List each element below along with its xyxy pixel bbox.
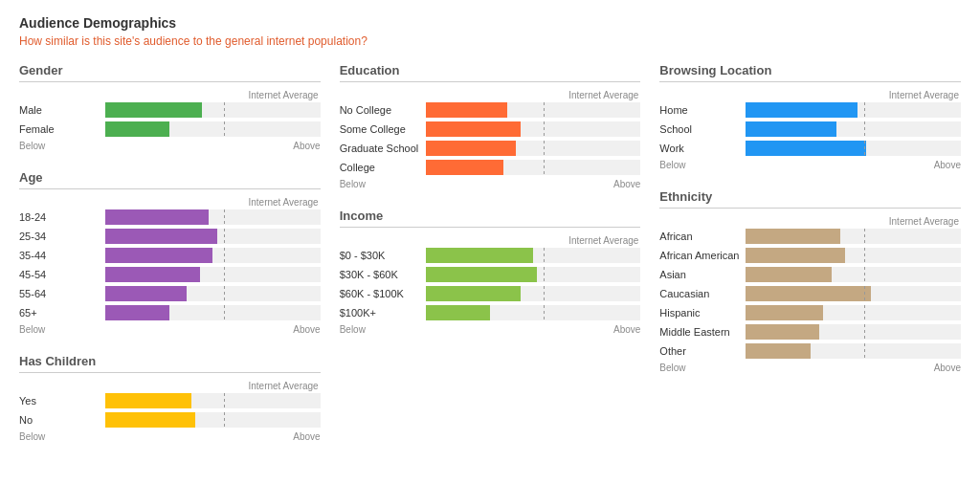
bar-fill bbox=[426, 102, 507, 118]
income-title: Income bbox=[340, 209, 641, 228]
bar-fill bbox=[105, 209, 209, 225]
bar-fill bbox=[746, 267, 832, 282]
bar-fill bbox=[105, 412, 195, 428]
col-right: Browsing Location Internet Average Home … bbox=[659, 63, 961, 461]
bar-label: College bbox=[340, 162, 426, 173]
col-mid: Education Internet Average No College So… bbox=[340, 63, 641, 461]
bar-label: Other bbox=[659, 345, 746, 357]
page-subtitle: How similar is this site's audience to t… bbox=[19, 34, 961, 48]
bar-row: African bbox=[659, 229, 961, 244]
dashed-line bbox=[224, 286, 225, 301]
income-chart: Internet Average $0 - $30K $30K - $60K bbox=[340, 235, 641, 335]
dashed-line bbox=[864, 343, 865, 359]
bar-fill bbox=[426, 286, 521, 301]
col-left: Gender Internet Average Male Female bbox=[19, 63, 321, 461]
bar-fill bbox=[746, 102, 858, 118]
bar-fill bbox=[105, 229, 217, 244]
bar-row: 65+ bbox=[19, 305, 321, 320]
dashed-line bbox=[864, 229, 865, 244]
bar-area bbox=[426, 286, 641, 301]
ethnicity-avg-label: Internet Average bbox=[659, 216, 961, 227]
has-children-section: Has Children Internet Average Yes No bbox=[19, 354, 321, 442]
bar-row: Hispanic bbox=[659, 305, 961, 320]
dashed-line bbox=[544, 267, 545, 282]
axis-above: Above bbox=[811, 363, 961, 373]
bar-fill bbox=[105, 286, 187, 301]
bar-row: Middle Eastern bbox=[659, 324, 961, 340]
bar-row: Caucasian bbox=[659, 286, 961, 301]
bar-label: $30K - $60K bbox=[340, 269, 426, 280]
bar-row: Male bbox=[19, 102, 321, 118]
bar-fill bbox=[746, 343, 810, 359]
dashed-line bbox=[544, 160, 545, 175]
bar-area bbox=[426, 160, 641, 175]
bar-label: Yes bbox=[19, 395, 105, 407]
bar-row: Home bbox=[659, 102, 961, 118]
axis-labels: Below Above bbox=[659, 363, 961, 373]
education-section: Education Internet Average No College So… bbox=[340, 63, 641, 189]
bar-row: 55-64 bbox=[19, 286, 321, 301]
bar-area bbox=[105, 209, 321, 225]
bar-label: Middle Eastern bbox=[659, 326, 746, 338]
bar-label: No College bbox=[340, 104, 426, 116]
income-avg-label: Internet Average bbox=[340, 235, 641, 246]
bar-fill bbox=[746, 286, 870, 301]
bar-label: Male bbox=[19, 104, 105, 116]
axis-below: Below bbox=[340, 324, 490, 335]
dashed-line bbox=[544, 305, 545, 320]
browsing-location-section: Browsing Location Internet Average Home … bbox=[659, 63, 961, 170]
bar-label: Hispanic bbox=[659, 307, 746, 319]
ethnicity-title: Ethnicity bbox=[659, 189, 961, 209]
bar-row: Asian bbox=[659, 267, 961, 282]
bar-label: 25-34 bbox=[19, 231, 105, 242]
has-children-chart: Internet Average Yes No Below bbox=[19, 381, 321, 442]
main-grid: Gender Internet Average Male Female bbox=[19, 63, 961, 461]
bar-label: Asian bbox=[659, 269, 746, 280]
bar-row: 35-44 bbox=[19, 248, 321, 263]
axis-labels: Below Above bbox=[19, 324, 321, 335]
dashed-line bbox=[224, 267, 225, 282]
dashed-line bbox=[224, 102, 225, 118]
bar-row: 45-54 bbox=[19, 267, 321, 282]
bar-fill bbox=[746, 121, 835, 137]
bar-label: Female bbox=[19, 123, 105, 135]
bar-label: $60K - $100K bbox=[340, 288, 426, 299]
bar-fill bbox=[105, 267, 200, 282]
bar-area bbox=[746, 324, 961, 340]
bar-row: $100K+ bbox=[340, 305, 641, 320]
bar-area bbox=[746, 102, 961, 118]
bar-area bbox=[105, 393, 321, 408]
bar-row: No College bbox=[340, 102, 641, 118]
axis-below: Below bbox=[659, 363, 810, 373]
dashed-line bbox=[864, 141, 865, 156]
bar-label: $0 - $30K bbox=[340, 250, 426, 261]
dashed-line bbox=[864, 248, 865, 263]
axis-below: Below bbox=[659, 160, 810, 170]
bar-row: Some College bbox=[340, 121, 641, 137]
bar-fill bbox=[105, 393, 191, 408]
bar-label: 55-64 bbox=[19, 288, 105, 299]
education-avg-label: Internet Average bbox=[340, 90, 641, 100]
bar-fill bbox=[426, 248, 533, 263]
bar-fill bbox=[746, 324, 818, 340]
axis-labels: Below Above bbox=[19, 431, 321, 442]
browsing-avg-label: Internet Average bbox=[659, 90, 961, 100]
axis-below: Below bbox=[340, 179, 490, 189]
bar-label: Graduate School bbox=[340, 143, 426, 154]
bar-fill bbox=[105, 305, 169, 320]
bar-row: $60K - $100K bbox=[340, 286, 641, 301]
bar-row: $0 - $30K bbox=[340, 248, 641, 263]
dashed-line bbox=[544, 248, 545, 263]
bar-area bbox=[746, 267, 961, 282]
bar-row: Graduate School bbox=[340, 141, 641, 156]
bar-row: Other bbox=[659, 343, 961, 359]
dashed-line bbox=[864, 324, 865, 340]
bar-area bbox=[105, 286, 321, 301]
bar-row: No bbox=[19, 412, 321, 428]
education-title: Education bbox=[340, 63, 641, 82]
bar-area bbox=[746, 343, 961, 359]
dashed-line bbox=[224, 121, 225, 137]
browsing-location-chart: Internet Average Home School bbox=[659, 90, 961, 170]
ethnicity-chart: Internet Average African African America… bbox=[659, 216, 961, 373]
bar-label: African bbox=[659, 231, 746, 242]
